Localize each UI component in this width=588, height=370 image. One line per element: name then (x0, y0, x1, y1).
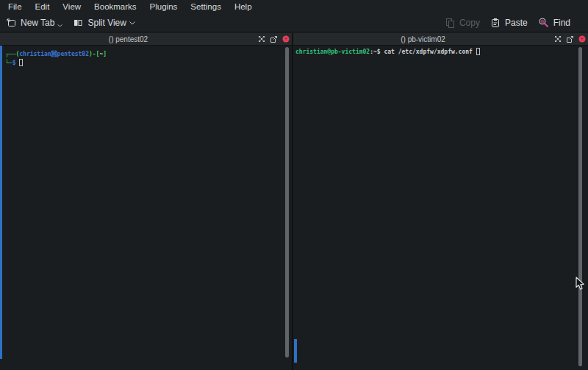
konsole-window: File Edit View Bookmarks Plugins Setting… (0, 0, 588, 370)
menu-file[interactable]: File (1, 0, 29, 13)
scrollbar[interactable] (285, 47, 289, 357)
menu-edit[interactable]: Edit (29, 0, 57, 13)
toolbar-right-group: Copy Paste (445, 17, 570, 28)
paste-icon (490, 18, 501, 28)
close-icon[interactable] (578, 35, 586, 43)
left-pane-title: () pentest02 (109, 35, 183, 43)
copy-label: Copy (459, 18, 480, 28)
copy-button[interactable]: Copy (445, 18, 480, 28)
terminal-output: ┌──(christian㉏pentest02)-[~] └─$ (5, 50, 107, 68)
menu-bookmarks[interactable]: Bookmarks (87, 0, 143, 13)
prompt-symbol: $ (377, 49, 384, 55)
prompt-user-host: christian@pb-victim02 (295, 49, 370, 55)
new-tab-label: New Tab (21, 18, 54, 28)
prompt-line-2: └─$ (5, 59, 107, 68)
chevron-down-icon (57, 24, 62, 27)
terminal-cursor (476, 48, 480, 55)
toolbar: New Tab Split View (0, 13, 588, 32)
paste-label: Paste (505, 18, 528, 28)
right-pane-titlebar[interactable]: () pb-victim02 (293, 33, 588, 45)
menu-help[interactable]: Help (228, 0, 259, 13)
menu-settings[interactable]: Settings (184, 0, 228, 13)
terminal-output: christian@pb-victim02:~$ cat /etc/xdpfw/… (295, 48, 480, 57)
typed-command: cat /etc/xdpfw/xdpfw.conf (384, 49, 472, 55)
maximize-view-icon[interactable] (258, 35, 265, 43)
close-icon[interactable] (282, 35, 290, 43)
terminal-pane-pentest02[interactable]: ┌──(christian㉏pentest02)-[~] └─$ (0, 46, 292, 370)
prompt-frame: ] (103, 51, 107, 57)
split-view-icon (73, 18, 83, 28)
left-pane-title-icons (258, 33, 290, 45)
prompt-frame: ┌──( (5, 51, 19, 57)
mouse-cursor (576, 277, 586, 293)
right-pane-title: () pb-victim02 (401, 35, 481, 43)
find-label: Find (553, 18, 570, 28)
scroll-highlight-bar (294, 339, 297, 363)
chevron-down-icon (129, 21, 135, 25)
copy-icon (445, 18, 455, 28)
terminal-pane-pb-victim02[interactable]: christian@pb-victim02:~$ cat /etc/xdpfw/… (293, 46, 588, 370)
prompt-user-host: christian㉏pentest02 (19, 51, 89, 57)
right-pane-title-icons (554, 33, 586, 45)
scroll-highlight-bar (0, 46, 2, 359)
menu-plugins[interactable]: Plugins (143, 0, 184, 13)
maximize-view-icon[interactable] (554, 35, 562, 43)
detach-view-icon[interactable] (566, 35, 574, 43)
menu-view[interactable]: View (56, 0, 87, 13)
scrollbar[interactable] (578, 47, 582, 366)
find-button[interactable]: Find (538, 17, 570, 28)
terminal-cursor (19, 59, 23, 66)
toolbar-left-group: New Tab Split View (6, 18, 135, 28)
split-view-label: Split View (87, 18, 126, 28)
tab-new-icon (6, 18, 16, 28)
prompt-symbol: $ (12, 60, 16, 66)
paste-button[interactable]: Paste (490, 18, 528, 28)
search-icon (538, 17, 549, 28)
prompt-frame: )-[ (89, 51, 99, 57)
prompt-line: christian@pb-victim02:~$ cat /etc/xdpfw/… (295, 48, 480, 57)
left-pane-titlebar[interactable]: () pentest02 (0, 33, 292, 45)
menu-bar: File Edit View Bookmarks Plugins Setting… (0, 0, 588, 13)
prompt-frame: └─ (5, 60, 12, 66)
detach-view-icon[interactable] (270, 35, 278, 43)
prompt-line-1: ┌──(christian㉏pentest02)-[~] (5, 50, 107, 59)
new-tab-button[interactable]: New Tab (6, 18, 62, 28)
split-view-button[interactable]: Split View (73, 18, 135, 28)
